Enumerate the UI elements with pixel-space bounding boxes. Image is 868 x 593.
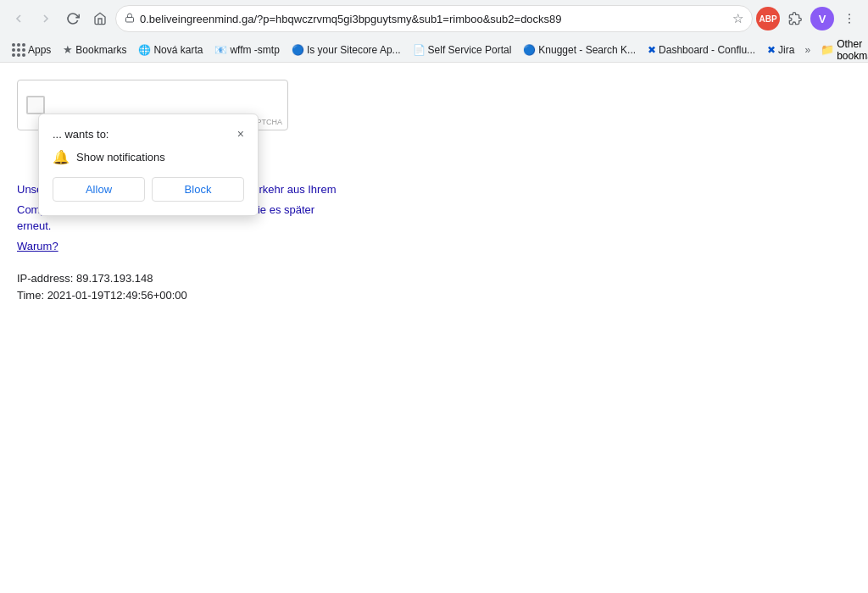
knugget-label: Knugget - Search K... xyxy=(538,44,636,56)
nova-karta-label: Nová karta xyxy=(153,44,203,56)
jira-bookmark[interactable]: ✖ Jira xyxy=(762,40,799,60)
jira-icon: ✖ xyxy=(767,44,776,56)
knugget-bookmark[interactable]: 🔵 Knugget - Search K... xyxy=(518,40,641,60)
adblock-button[interactable]: ABP xyxy=(756,7,780,30)
svg-point-2 xyxy=(849,18,850,19)
lock-icon xyxy=(125,13,135,25)
dashboard-icon: ✖ xyxy=(648,44,656,56)
dashboard-bookmark[interactable]: ✖ Dashboard - Conflu... xyxy=(643,40,760,60)
ip-address-text: IP-address: 89.173.193.148 xyxy=(17,270,851,288)
wffm-smtp-label: wffm -smtp xyxy=(230,44,279,56)
other-bookmarks-label: Other bookmarks xyxy=(837,38,868,62)
info-block: IP-address: 89.173.193.148 Time: 2021-01… xyxy=(17,270,851,306)
svg-point-1 xyxy=(849,14,850,15)
apps-grid-icon xyxy=(12,43,25,57)
time-text: Time: 2021-01-19T12:49:56+00:00 xyxy=(17,287,851,305)
popup-header: ... wants to: × xyxy=(53,128,244,141)
address-bar[interactable]: 0.beliveingreenmind.ga/?p=hbqwczrvmq5gi3… xyxy=(115,5,753,32)
forward-button[interactable] xyxy=(34,7,58,30)
popup-actions: Allow Block xyxy=(53,177,244,202)
nova-karta-bookmark[interactable]: 🌐 Nová karta xyxy=(133,40,208,60)
home-button[interactable] xyxy=(88,7,112,30)
apps-bookmark[interactable]: Apps xyxy=(7,40,56,60)
self-service-icon: 📄 xyxy=(413,44,426,56)
nav-right-controls: ABP V xyxy=(756,7,861,30)
block-button[interactable]: Block xyxy=(152,177,244,202)
sitecore-bookmark[interactable]: 🔵 Is your Sitecore Ap... xyxy=(287,40,406,60)
wffm-smtp-bookmark[interactable]: 📧 wffm -smtp xyxy=(209,40,284,60)
popup-title: ... wants to: xyxy=(53,128,108,141)
svg-rect-0 xyxy=(126,17,134,22)
bookmarks-bar: Apps ★ Bookmarks 🌐 Nová karta 📧 wffm -sm… xyxy=(0,37,868,63)
extensions-button[interactable] xyxy=(783,7,807,30)
svg-point-3 xyxy=(849,22,850,24)
bookmark-star-icon[interactable]: ☆ xyxy=(732,11,743,26)
url-text: 0.beliveingreenmind.ga/?p=hbqwczrvmq5gi3… xyxy=(140,13,727,25)
user-avatar-button[interactable]: V xyxy=(810,7,834,30)
more-bookmarks-button[interactable]: » xyxy=(801,42,814,58)
nova-karta-icon: 🌐 xyxy=(138,44,151,56)
bookmarks-star-icon: ★ xyxy=(63,43,73,56)
wffm-smtp-icon: 📧 xyxy=(214,44,227,56)
warum-link[interactable]: Warum? xyxy=(17,240,58,252)
page-content: reCAPTCHA Unsere Systeme haben ungewöhnl… xyxy=(0,63,868,593)
sitecore-label: Is your Sitecore Ap... xyxy=(307,44,401,56)
apps-label: Apps xyxy=(28,44,51,56)
chrome-menu-button[interactable] xyxy=(837,7,861,30)
popup-close-button[interactable]: × xyxy=(237,128,244,140)
dashboard-label: Dashboard - Conflu... xyxy=(659,44,755,56)
other-bookmarks[interactable]: 📁 Other bookmarks xyxy=(815,36,868,64)
bell-icon: 🔔 xyxy=(53,149,70,165)
bookmarks-bookmark[interactable]: ★ Bookmarks xyxy=(58,40,131,60)
reload-button[interactable] xyxy=(61,7,85,30)
self-service-bookmark[interactable]: 📄 Self Service Portal xyxy=(408,40,517,60)
jira-label: Jira xyxy=(778,44,794,56)
knugget-icon: 🔵 xyxy=(523,44,536,56)
folder-icon: 📁 xyxy=(821,43,834,56)
back-button[interactable] xyxy=(7,7,31,30)
navigation-bar: 0.beliveingreenmind.ga/?p=hbqwczrvmq5gi3… xyxy=(0,0,868,37)
notification-popup: ... wants to: × 🔔 Show notifications All… xyxy=(38,114,259,216)
popup-notification-row: 🔔 Show notifications xyxy=(53,149,244,165)
self-service-label: Self Service Portal xyxy=(428,44,512,56)
sitecore-icon: 🔵 xyxy=(292,44,304,56)
bookmarks-label: Bookmarks xyxy=(75,44,126,56)
popup-notification-text: Show notifications xyxy=(76,151,165,163)
allow-button[interactable]: Allow xyxy=(53,177,145,202)
